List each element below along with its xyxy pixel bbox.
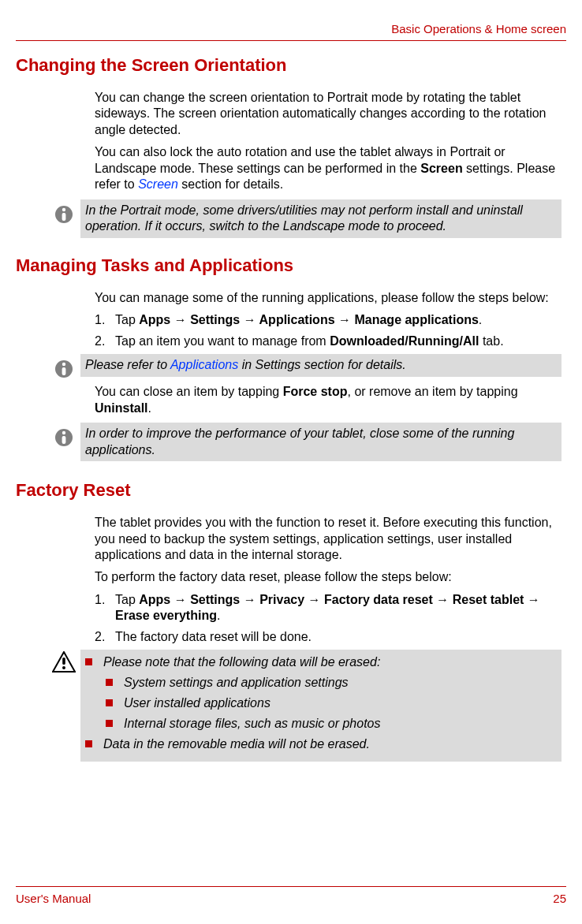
step-number: 2. xyxy=(95,629,115,645)
heading-factory-reset: Factory Reset xyxy=(16,480,566,501)
info-icon xyxy=(47,354,80,379)
page-footer: User's Manual 25 xyxy=(16,886,566,905)
bold-force-stop: Force stop xyxy=(283,385,348,398)
para-reset-intro: The tablet provides you with the functio… xyxy=(95,515,561,563)
text-fragment: tab. xyxy=(479,334,503,348)
bold-uninstall: Uninstall xyxy=(95,401,148,415)
bullet-icon xyxy=(85,658,92,665)
text-fragment: Tap an item you want to manage from xyxy=(115,334,330,348)
list-item: Please note that the following data will… xyxy=(85,653,557,672)
para-orientation-intro: You can change the screen orientation to… xyxy=(95,90,561,138)
bold-path-manage: Apps → Settings → Applications → Manage … xyxy=(139,313,479,326)
link-applications-section[interactable]: Applications xyxy=(170,358,238,371)
link-screen-section[interactable]: Screen xyxy=(138,177,178,191)
bold-path-reset: Apps → Settings → Privacy → Factory data… xyxy=(115,593,540,622)
step-text: Tap Apps → Settings → Applications → Man… xyxy=(115,312,561,328)
heading-screen-orientation: Changing the Screen Orientation xyxy=(16,55,566,76)
para-force-stop: You can close an item by tapping Force s… xyxy=(95,384,561,416)
step-text: Tap Apps → Settings → Privacy → Factory … xyxy=(115,592,561,624)
text-erased-heading: Please note that the following data will… xyxy=(103,653,380,672)
para-manage-intro: You can manage some of the running appli… xyxy=(95,290,561,306)
step-item: 2. Tap an item you want to manage from D… xyxy=(95,333,561,349)
caution-data-erased: Please note that the following data will… xyxy=(47,650,566,762)
list-item: System settings and application settings xyxy=(106,673,557,692)
text-fragment: Tap xyxy=(115,313,139,326)
step-number: 1. xyxy=(95,312,115,328)
text-erased-item: User installed applications xyxy=(124,694,270,713)
caution-text: Please note that the following data will… xyxy=(80,650,561,762)
footer-rule xyxy=(16,886,566,887)
bullet-icon xyxy=(106,679,113,686)
para-reset-steps: To perform the factory data reset, pleas… xyxy=(95,569,561,585)
bullet-icon xyxy=(85,740,92,747)
text-erased-item: Internal storage files, such as music or… xyxy=(124,714,381,733)
note-applications-ref: Please refer to Applications in Settings… xyxy=(47,354,566,379)
bullet-icon xyxy=(106,699,113,706)
text-fragment: , or remove an item by tapping xyxy=(347,385,517,398)
step-number: 1. xyxy=(95,592,115,624)
step-text: Tap an item you want to manage from Down… xyxy=(115,333,561,349)
breadcrumb: Basic Operations & Home screen xyxy=(16,22,566,35)
text-not-erased: Data in the removable media will not be … xyxy=(103,735,370,754)
text-fragment: Tap xyxy=(115,593,139,606)
list-item: Data in the removable media will not be … xyxy=(85,735,557,754)
text-fragment: in Settings section for details. xyxy=(238,358,406,371)
caution-icon xyxy=(47,650,80,673)
steps-factory-reset: 1. Tap Apps → Settings → Privacy → Facto… xyxy=(95,592,561,645)
note-portrait-drivers: In the Portrait mode, some drivers/utili… xyxy=(47,199,566,238)
svg-rect-2 xyxy=(62,213,66,221)
text-erased-item: System settings and application settings xyxy=(124,673,349,692)
heading-managing-tasks: Managing Tasks and Applications xyxy=(16,255,566,276)
text-fragment: . xyxy=(217,609,220,622)
note-text: In order to improve the performance of y… xyxy=(80,423,561,461)
svg-point-1 xyxy=(62,208,65,211)
step-number: 2. xyxy=(95,333,115,349)
para-orientation-lock: You can also lock the auto rotation and … xyxy=(95,144,561,192)
info-icon xyxy=(47,199,80,225)
text-fragment: Please refer to xyxy=(85,358,170,371)
footer-manual-label: User's Manual xyxy=(16,892,91,905)
bold-tabs: Downloaded/Running/All xyxy=(330,334,479,348)
steps-manage-apps: 1. Tap Apps → Settings → Applications → … xyxy=(95,312,561,349)
list-item: User installed applications xyxy=(106,694,557,713)
note-text: In the Portrait mode, some drivers/utili… xyxy=(80,199,561,238)
header-rule xyxy=(16,40,566,41)
step-text: The factory data reset will be done. xyxy=(115,629,561,645)
svg-rect-5 xyxy=(62,367,66,375)
list-item: Internal storage files, such as music or… xyxy=(106,714,557,733)
bullet-icon xyxy=(106,720,113,727)
step-item: 2. The factory data reset will be done. xyxy=(95,629,561,645)
svg-point-4 xyxy=(62,363,65,366)
info-icon xyxy=(47,423,80,448)
step-item: 1. Tap Apps → Settings → Applications → … xyxy=(95,312,561,328)
svg-rect-10 xyxy=(62,658,65,665)
footer-page-number: 25 xyxy=(553,892,566,905)
text-fragment: You can close an item by tapping xyxy=(95,385,283,398)
text-fragment: section for details. xyxy=(178,177,283,191)
svg-rect-8 xyxy=(62,436,66,444)
note-text: Please refer to Applications in Settings… xyxy=(80,354,561,376)
svg-point-11 xyxy=(62,666,65,669)
text-fragment: . xyxy=(479,313,482,326)
note-improve-performance: In order to improve the performance of y… xyxy=(47,423,566,461)
text-fragment: . xyxy=(148,401,151,415)
svg-point-7 xyxy=(62,431,65,434)
bold-screen: Screen xyxy=(420,162,462,175)
step-item: 1. Tap Apps → Settings → Privacy → Facto… xyxy=(95,592,561,624)
